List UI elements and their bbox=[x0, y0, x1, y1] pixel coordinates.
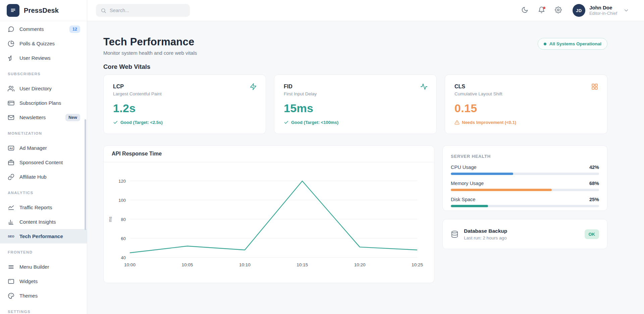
vital-abbr: FID bbox=[284, 84, 427, 90]
chart-title: API Response Time bbox=[104, 146, 434, 162]
vital-card-cls: CLSCumulative Layout Shift0.15Needs Impr… bbox=[445, 75, 607, 134]
pressdesk-logo-icon bbox=[7, 4, 19, 17]
x-tick-label: 10:00 bbox=[124, 262, 136, 267]
ad-icon: Ad bbox=[8, 145, 14, 151]
progress-track bbox=[451, 189, 599, 191]
progress-track bbox=[451, 173, 599, 175]
search-icon bbox=[101, 8, 106, 13]
vital-status: Good (Target: <100ms) bbox=[284, 120, 427, 125]
card-icon bbox=[8, 100, 14, 106]
server-health-row-disk-space: Disk Space25% bbox=[451, 197, 599, 207]
metric-label: Disk Space bbox=[451, 197, 475, 202]
mail-icon bbox=[8, 114, 14, 121]
sidebar-item-label: Polls & Quizzes bbox=[19, 41, 80, 46]
sidebar-item-label: Traffic Reports bbox=[19, 205, 80, 210]
vital-name: Cumulative Layout Shift bbox=[454, 91, 598, 96]
sidebar-nav: Comments12Polls & QuizzesUser ReviewsSUB… bbox=[0, 21, 87, 314]
sidebar-item-traffic-reports[interactable]: Traffic Reports bbox=[0, 200, 87, 215]
sidebar-item-sponsored-content[interactable]: Sponsored Content bbox=[0, 155, 87, 170]
sidebar-item-label: User Directory bbox=[19, 86, 80, 91]
notification-dot bbox=[543, 7, 545, 9]
api-response-chart-panel: API Response Time ms 40608010012010:0010… bbox=[103, 145, 434, 283]
vital-name: Largest Contentful Paint bbox=[113, 91, 256, 96]
sidebar-item-tech-performance[interactable]: SEOTech Performance bbox=[0, 229, 87, 243]
chart-svg bbox=[130, 181, 417, 258]
search-box bbox=[96, 4, 190, 17]
sidebar-item-label: Newsletters bbox=[19, 115, 60, 120]
notifications-button[interactable] bbox=[536, 4, 548, 16]
check-icon bbox=[113, 120, 118, 125]
sidebar-item-label: Themes bbox=[19, 293, 80, 299]
comment-icon bbox=[8, 26, 14, 33]
sidebar-item-affiliate-hub[interactable]: Affiliate Hub bbox=[0, 170, 87, 184]
settings-button[interactable] bbox=[552, 4, 565, 16]
y-tick-label: 100 bbox=[118, 198, 126, 203]
palette-icon bbox=[8, 293, 14, 299]
sidebar-item-ad-manager[interactable]: AdAd Manager bbox=[0, 141, 87, 155]
server-health-title: SERVER HEALTH bbox=[451, 154, 599, 159]
window-icon bbox=[8, 278, 14, 285]
sidebar-item-newsletters[interactable]: NewslettersNew bbox=[0, 110, 87, 125]
x-tick-label: 10:05 bbox=[181, 262, 193, 267]
y-tick-label: 80 bbox=[121, 217, 126, 222]
backup-last-run: Last run: 2 hours ago bbox=[464, 235, 507, 240]
vital-abbr: CLS bbox=[454, 84, 598, 90]
status-badge: All Systems Operational bbox=[538, 38, 607, 50]
app-root: PressDesk Comments12Polls & QuizzesUser … bbox=[0, 0, 644, 314]
sidebar-item-widgets[interactable]: Widgets bbox=[0, 274, 87, 288]
svg-text:Ad: Ad bbox=[9, 146, 13, 149]
trend-icon bbox=[8, 204, 14, 211]
sidebar-item-label: Content Insights bbox=[19, 219, 80, 225]
status-dot-icon bbox=[544, 43, 546, 45]
sidebar-item-user-directory[interactable]: User Directory bbox=[0, 81, 87, 96]
server-health-panel: SERVER HEALTH CPU Usage42%Memory Usage68… bbox=[442, 145, 607, 211]
vital-abbr: LCP bbox=[113, 84, 256, 90]
sidebar-item-subscription-plans[interactable]: Subscription Plans bbox=[0, 96, 87, 110]
sidebar-item-label: Subscription Plans bbox=[19, 100, 80, 106]
backup-status-badge: OK bbox=[585, 229, 599, 239]
badge-comments: 12 bbox=[69, 26, 80, 33]
sidebar-item-comments[interactable]: Comments12 bbox=[0, 22, 87, 36]
sidebar-scrollbar[interactable] bbox=[85, 119, 86, 230]
metric-label: Memory Usage bbox=[451, 181, 484, 186]
server-health-rows: CPU Usage42%Memory Usage68%Disk Space25% bbox=[451, 165, 599, 207]
x-tick-label: 10:25 bbox=[412, 262, 423, 267]
right-column: SERVER HEALTH CPU Usage42%Memory Usage68… bbox=[442, 145, 607, 283]
seo-icon: SEO bbox=[8, 233, 14, 240]
search-input[interactable] bbox=[110, 8, 185, 13]
dark-mode-toggle-button[interactable] bbox=[519, 4, 531, 16]
vital-value: 0.15 bbox=[454, 102, 598, 115]
sidebar-section-frontend: FRONTEND bbox=[0, 250, 87, 256]
vital-name: First Input Delay bbox=[284, 91, 427, 96]
database-icon bbox=[451, 230, 459, 238]
reviews-icon bbox=[8, 55, 14, 61]
gear-icon bbox=[555, 6, 562, 14]
brand: PressDesk bbox=[0, 0, 87, 21]
progress-fill bbox=[451, 189, 552, 191]
vital-value: 1.2s bbox=[113, 102, 256, 115]
link-icon bbox=[8, 174, 14, 180]
sidebar-item-label: Sponsored Content bbox=[19, 160, 80, 165]
sidebar-section-analytics: ANALYTICS bbox=[0, 191, 87, 196]
sidebar-item-content-insights[interactable]: Content Insights bbox=[0, 215, 87, 229]
user-role: Editor-in-Chief bbox=[589, 11, 617, 16]
server-health-row-memory-usage: Memory Usage68% bbox=[451, 181, 599, 191]
sidebar-item-polls-quizzes[interactable]: Polls & Quizzes bbox=[0, 36, 87, 51]
vital-status: Needs Improvement (<0.1) bbox=[454, 120, 598, 125]
sidebar-item-themes[interactable]: Themes bbox=[0, 288, 87, 303]
zap-icon bbox=[250, 83, 257, 90]
warning-icon bbox=[454, 120, 460, 125]
sidebar-item-label: Tech Performance bbox=[19, 233, 80, 239]
sidebar-item-label: Comments bbox=[19, 26, 64, 32]
sidebar-item-user-reviews[interactable]: User Reviews bbox=[0, 51, 87, 65]
user-name: John Doe bbox=[589, 5, 617, 11]
x-tick-label: 10:10 bbox=[239, 262, 251, 267]
sidebar-item-menu-builder[interactable]: Menu Builder bbox=[0, 260, 87, 274]
brand-name: PressDesk bbox=[24, 7, 59, 14]
backup-title: Database Backup bbox=[464, 228, 507, 234]
response-time-line bbox=[130, 181, 417, 253]
users-icon bbox=[8, 85, 14, 92]
sidebar-item-label: Affiliate Hub bbox=[19, 174, 80, 180]
user-menu[interactable]: JD John Doe Editor-in-Chief bbox=[573, 4, 629, 17]
sidebar-item-label: Ad Manager bbox=[19, 145, 80, 151]
